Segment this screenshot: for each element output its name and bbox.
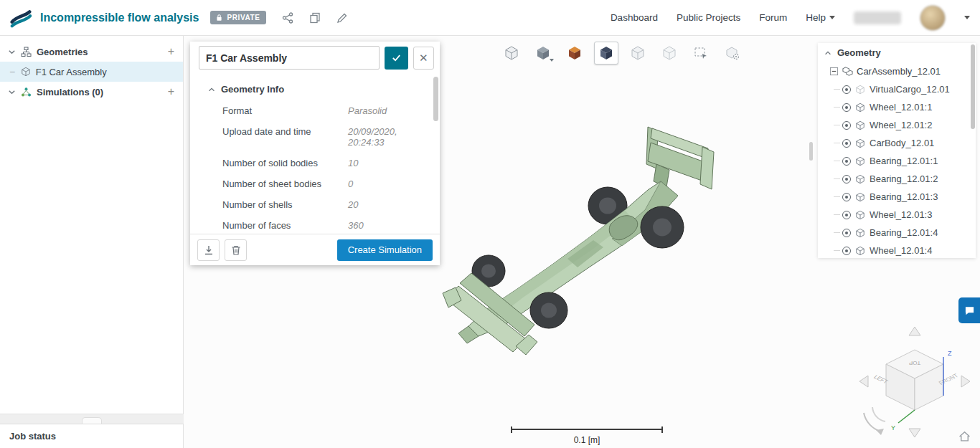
section-label: Geometries	[37, 47, 88, 57]
rotate-right-arrow-icon[interactable]	[961, 376, 970, 387]
nav-forum[interactable]: Forum	[759, 12, 787, 23]
workspace: 0.1 [m] TOP LEFT FRONT Z	[0, 36, 980, 448]
nav-dashboard[interactable]: Dashboard	[611, 12, 658, 23]
view-mode-cube-icon[interactable]	[531, 42, 555, 65]
tree-node-bearing-3[interactable]: Bearing_12.01:3	[818, 188, 976, 206]
chat-button[interactable]	[958, 297, 980, 323]
rotate-left-arrow-icon[interactable]	[859, 376, 868, 387]
app-logo[interactable]	[10, 7, 32, 29]
visibility-eye-icon[interactable]	[842, 103, 851, 112]
view-cube[interactable]: TOP LEFT FRONT	[872, 350, 960, 410]
select-volume-cube-icon[interactable]	[594, 42, 618, 65]
sidebar-section-geometries[interactable]: Geometries +	[0, 42, 183, 62]
visibility-eye-icon[interactable]	[842, 139, 851, 148]
tree-node-bearing-1[interactable]: Bearing_12.01:1	[818, 152, 976, 170]
panel-scrollbar[interactable]	[433, 77, 438, 121]
info-row-shells: Number of shells 20	[190, 194, 440, 215]
geometry-panel: ✕ Geometry Info Format Parasolid Upload …	[190, 42, 440, 265]
geometries-icon	[21, 47, 32, 57]
visibility-eye-icon[interactable]	[842, 211, 851, 219]
share-icon[interactable]	[282, 12, 293, 24]
tree-resize-handle[interactable]	[809, 142, 813, 161]
nav-public-projects[interactable]: Public Projects	[677, 12, 740, 23]
section-label: Simulations (0)	[37, 87, 103, 97]
job-status-bar[interactable]: Job status	[0, 424, 184, 448]
tree-connector: –	[10, 67, 15, 77]
visibility-eye-icon[interactable]	[842, 193, 851, 201]
visibility-eye-icon[interactable]	[842, 85, 851, 94]
roll-ccw-arrow-icon[interactable]	[864, 413, 881, 432]
lock-icon	[215, 14, 223, 22]
hide-body-cube-icon[interactable]	[657, 42, 682, 65]
geometry-panel-body: Geometry Info Format Parasolid Upload da…	[190, 74, 440, 233]
cube-icon	[855, 120, 865, 130]
tree-header-label: Geometry	[837, 47, 881, 58]
duplicate-icon[interactable]	[309, 12, 321, 24]
visibility-eye-icon[interactable]	[842, 121, 851, 130]
geometry-tree-panel: Geometry CarAssembly_12.01 VirtualCargo_…	[818, 43, 976, 258]
info-row-solid-bodies: Number of solid bodies 10	[190, 153, 440, 173]
collapse-minus-icon[interactable]	[829, 67, 839, 76]
tree-node-virtualcargo[interactable]: VirtualCargo_12.01	[818, 80, 976, 98]
geometry-info-section-header[interactable]: Geometry Info	[190, 74, 440, 100]
rotate-down-arrow-icon[interactable]	[909, 429, 920, 437]
tree-node-carbody[interactable]: CarBody_12.01	[818, 134, 976, 152]
home-view-icon[interactable]	[960, 432, 970, 441]
avatar[interactable]	[920, 5, 946, 31]
tree-node-bearing-2[interactable]: Bearing_12.01:2	[818, 170, 976, 188]
close-button[interactable]: ✕	[413, 47, 434, 70]
download-button[interactable]	[197, 239, 220, 261]
tree-node-wheel-4[interactable]: Wheel_12.01:4	[818, 242, 976, 258]
tree-item-label: Wheel_12.01:4	[870, 245, 932, 256]
scale-label: 0.1 [m]	[511, 435, 663, 445]
add-geometry-button[interactable]: +	[168, 45, 174, 58]
delete-button[interactable]	[225, 239, 247, 261]
cube-icon	[855, 174, 865, 184]
select-face-cube-icon[interactable]	[626, 42, 650, 65]
tree-node-bearing-4[interactable]: Bearing_12.01:4	[818, 224, 976, 242]
visibility-eye-icon[interactable]	[842, 157, 851, 166]
tree-item-label: Wheel_12.01:3	[870, 209, 932, 220]
tree-node-wheel-1[interactable]: Wheel_12.01:1	[818, 98, 976, 116]
chevron-down-icon	[7, 87, 17, 97]
user-name-redacted	[854, 11, 901, 24]
tree-node-car-assembly[interactable]: CarAssembly_12.01	[818, 62, 976, 80]
geometry-panel-footer: Create Simulation	[190, 234, 440, 265]
solid-color-cube-icon[interactable]	[562, 42, 587, 65]
cube-icon	[855, 156, 865, 166]
sidebar-item-f1-car-assembly[interactable]: – F1 Car Assembly	[0, 62, 183, 82]
box-select-icon[interactable]	[689, 42, 713, 65]
tree-node-wheel-3[interactable]: Wheel_12.01:3	[818, 206, 976, 224]
f1-car-model[interactable]	[441, 118, 728, 358]
tree-node-wheel-2[interactable]: Wheel_12.01:2	[818, 116, 976, 134]
download-icon	[203, 244, 215, 256]
private-badge[interactable]: PRIVATE	[210, 11, 266, 24]
fit-view-icon[interactable]	[499, 42, 524, 65]
roll-cw-arrow-icon[interactable]	[872, 407, 885, 421]
navigation-cube[interactable]: TOP LEFT FRONT Z Y	[854, 323, 976, 448]
chevron-down-icon	[829, 16, 835, 19]
tree-header-geometry[interactable]: Geometry	[818, 43, 976, 62]
cube-icon	[855, 210, 865, 220]
nav-help[interactable]: Help	[806, 12, 835, 23]
add-simulation-button[interactable]: +	[168, 85, 174, 98]
cube-icon	[855, 192, 865, 202]
cube-icon	[855, 138, 865, 148]
chat-icon	[964, 305, 975, 316]
create-simulation-button[interactable]: Create Simulation	[337, 239, 433, 261]
visibility-eye-icon[interactable]	[842, 247, 851, 255]
user-menu-chevron-icon[interactable]	[964, 16, 970, 19]
sidebar-section-simulations[interactable]: Simulations (0) +	[0, 82, 183, 102]
rotate-up-arrow-icon[interactable]	[909, 327, 920, 335]
top-bar: Incompressible flow analysis PRIVATE Das…	[0, 0, 980, 36]
visibility-eye-icon[interactable]	[842, 229, 851, 237]
geometry-name-input[interactable]	[199, 46, 380, 70]
tree-scrollbar[interactable]	[971, 44, 975, 129]
tree-item-label: Wheel_12.01:1	[870, 102, 932, 113]
confirm-button[interactable]	[385, 47, 407, 70]
rename-icon[interactable]	[336, 12, 348, 24]
project-title: Incompressible flow analysis	[40, 11, 199, 24]
info-row-format: Format Parasolid	[190, 100, 440, 121]
cube-settings-icon[interactable]	[720, 42, 745, 65]
visibility-eye-icon[interactable]	[842, 175, 851, 184]
